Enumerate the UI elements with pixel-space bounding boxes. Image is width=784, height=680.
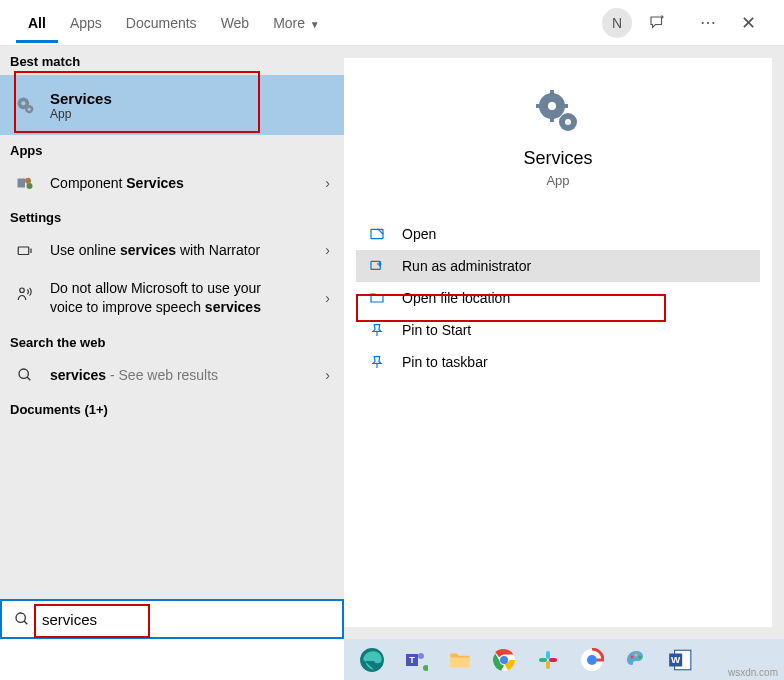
app-name: Services: [523, 148, 592, 169]
svg-text:W: W: [671, 654, 681, 665]
search-web-header: Search the web: [0, 327, 344, 356]
pin-icon: [368, 354, 386, 370]
component-services-icon: [14, 172, 36, 194]
svg-point-3: [28, 108, 31, 111]
svg-line-24: [24, 621, 27, 624]
pin-icon: [368, 322, 386, 338]
best-match-subtitle: App: [50, 107, 112, 121]
result-narrator-services[interactable]: Use online services with Narrator ›: [0, 231, 344, 269]
svg-rect-7: [18, 247, 29, 255]
teams-icon[interactable]: T: [396, 640, 436, 680]
documents-header: Documents (1+): [0, 394, 344, 423]
tab-documents[interactable]: Documents: [114, 3, 209, 43]
svg-line-10: [27, 377, 30, 380]
word-icon[interactable]: W: [660, 640, 700, 680]
svg-rect-15: [536, 104, 542, 108]
admin-icon: [368, 258, 386, 274]
preview-panel: Services App Open Run as administrator O…: [344, 58, 772, 627]
svg-rect-30: [450, 657, 470, 667]
tab-apps[interactable]: Apps: [58, 3, 114, 43]
action-open[interactable]: Open: [356, 218, 760, 250]
watermark: wsxdn.com: [728, 667, 778, 678]
chevron-right-icon: ›: [321, 242, 334, 258]
tab-all[interactable]: All: [16, 3, 58, 43]
search-tabs: All Apps Documents Web More ▼ N ⋯ ✕: [0, 0, 784, 46]
settings-header: Settings: [0, 202, 344, 231]
svg-point-6: [27, 183, 33, 189]
taskbar: T W: [344, 639, 784, 680]
svg-point-39: [631, 655, 634, 658]
best-match-title: Services: [50, 90, 112, 107]
folder-icon: [368, 290, 386, 306]
chevron-right-icon: ›: [321, 367, 334, 383]
action-pin-to-start[interactable]: Pin to Start: [356, 314, 760, 346]
svg-rect-14: [550, 116, 554, 122]
result-speech-services[interactable]: Do not allow Microsoft to use your voice…: [0, 269, 344, 327]
svg-rect-19: [371, 229, 383, 238]
paint-icon[interactable]: [616, 640, 656, 680]
svg-rect-16: [562, 104, 568, 108]
close-icon[interactable]: ✕: [728, 12, 768, 34]
app-type: App: [546, 173, 569, 188]
svg-point-5: [25, 178, 31, 184]
svg-text:T: T: [409, 655, 415, 665]
svg-point-1: [21, 101, 25, 105]
chrome-beta-icon[interactable]: [572, 640, 612, 680]
user-avatar[interactable]: N: [602, 8, 632, 38]
svg-point-41: [639, 655, 642, 658]
action-open-file-location[interactable]: Open file location: [356, 282, 760, 314]
svg-point-23: [16, 613, 25, 622]
svg-point-9: [19, 369, 28, 378]
best-match-header: Best match: [0, 46, 344, 75]
action-label: Run as administrator: [402, 258, 531, 274]
svg-point-8: [20, 288, 25, 293]
tab-more[interactable]: More ▼: [261, 3, 332, 43]
more-options-icon[interactable]: ⋯: [688, 13, 728, 32]
app-hero-icon: [534, 88, 582, 136]
result-label: services - See web results: [50, 367, 321, 383]
apps-header: Apps: [0, 135, 344, 164]
result-label: Do not allow Microsoft to use your voice…: [50, 279, 321, 317]
search-bar: [0, 599, 344, 639]
action-pin-to-taskbar[interactable]: Pin to taskbar: [356, 346, 760, 378]
search-icon: [2, 611, 42, 627]
search-icon: [14, 364, 36, 386]
feedback-icon[interactable]: [648, 14, 688, 32]
svg-rect-34: [539, 658, 547, 662]
svg-rect-33: [546, 651, 550, 659]
result-component-services[interactable]: Component Services ›: [0, 164, 344, 202]
search-input[interactable]: [42, 611, 342, 628]
action-label: Open: [402, 226, 436, 242]
gear-icon: [14, 94, 36, 116]
svg-point-32: [500, 656, 508, 664]
svg-point-38: [587, 655, 597, 665]
result-label: Use online services with Narrator: [50, 242, 321, 258]
svg-point-40: [635, 653, 638, 656]
svg-rect-13: [550, 90, 554, 96]
result-label: Component Services: [50, 175, 321, 191]
svg-point-28: [418, 653, 424, 659]
svg-rect-35: [546, 661, 550, 669]
action-run-as-administrator[interactable]: Run as administrator: [356, 250, 760, 282]
result-web-services[interactable]: services - See web results ›: [0, 356, 344, 394]
svg-point-18: [565, 119, 571, 125]
speech-icon: [14, 283, 36, 305]
chrome-icon[interactable]: [484, 640, 524, 680]
svg-rect-4: [18, 179, 26, 188]
chevron-right-icon: ›: [321, 290, 334, 306]
best-match-result[interactable]: Services App: [0, 75, 344, 135]
svg-point-29: [423, 665, 428, 671]
results-panel: Best match Services App Apps Component S…: [0, 46, 344, 639]
svg-point-12: [548, 102, 556, 110]
chevron-right-icon: ›: [321, 175, 334, 191]
file-explorer-icon[interactable]: [440, 640, 480, 680]
tab-web[interactable]: Web: [209, 3, 262, 43]
action-label: Pin to taskbar: [402, 354, 488, 370]
chevron-down-icon: ▼: [307, 19, 320, 30]
edge-icon[interactable]: [352, 640, 392, 680]
svg-rect-36: [549, 658, 557, 662]
action-label: Open file location: [402, 290, 510, 306]
action-label: Pin to Start: [402, 322, 471, 338]
open-icon: [368, 226, 386, 242]
slack-icon[interactable]: [528, 640, 568, 680]
